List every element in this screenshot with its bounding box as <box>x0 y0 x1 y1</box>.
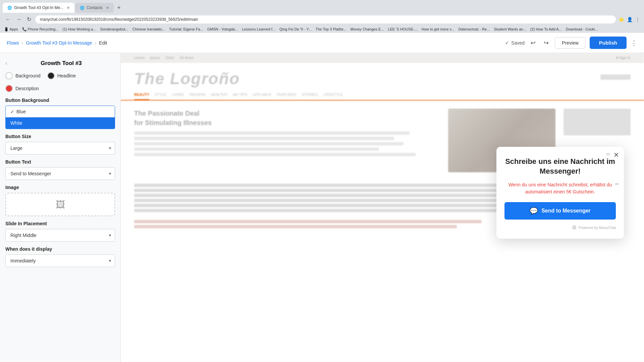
option-blue-label: Blue <box>16 109 26 114</box>
main-layout: ‹ Growth Tool #3 Background Headline Des… <box>0 53 644 362</box>
button-text-label: Button Text <box>5 159 115 165</box>
button-background-label: Button Background <box>5 98 115 103</box>
button-text-wrapper: Send to Messenger Send Message Get Start… <box>5 167 115 180</box>
forward-button[interactable]: → <box>15 15 23 24</box>
browser-chrome: 🌐 Growth Tool #3 Opt-In Me... ✕ 🌐 Contac… <box>0 0 644 33</box>
check-icon: ✓ <box>505 40 509 46</box>
new-tab-button[interactable]: + <box>114 3 124 12</box>
tab-label-2: Contacts <box>87 5 102 10</box>
bookmark-8[interactable]: Qing Fei De Yi - Y... <box>279 27 312 32</box>
bookmark-4[interactable]: Chinese translatio... <box>132 27 165 32</box>
manychat-logo-icon: ⚙ <box>572 224 577 231</box>
content-area: Lorem Ipsum Dolor Sit Amet ♥ Sign In The… <box>121 53 644 362</box>
bookmark-5[interactable]: Tutorial: Eigene Fa... <box>169 27 203 32</box>
tab-contacts[interactable]: 🌐 Contacts ✕ <box>75 3 113 13</box>
bookmark-16[interactable]: Download - Cooki... <box>566 27 598 32</box>
when-display-select[interactable]: Immediately After 5 seconds After 10 sec… <box>5 254 115 267</box>
sidebar-title: Growth Tool #3 <box>7 60 115 67</box>
app-header: Flows › Growth Tool #3 Opt-In Message › … <box>0 33 644 53</box>
slide-in-placement-wrapper: Right Middle Left Top Left Middle Left B… <box>5 229 115 242</box>
bookmark-15[interactable]: (2) How To Add A... <box>530 27 562 32</box>
address-bar: ← → ↻ manychat.com/fb/198150208192018/cm… <box>0 13 644 26</box>
extensions-icon[interactable]: ⭐ <box>619 17 624 22</box>
messenger-popup: ✕ ✏ Schreibe uns eine Nachricht im Messe… <box>496 147 624 239</box>
popup-close-button[interactable]: ✕ <box>613 151 619 159</box>
when-display-label: When does it display <box>5 246 115 252</box>
headline-label: Headline <box>57 73 76 78</box>
messenger-icon: 💬 <box>530 207 538 215</box>
bookmark-12[interactable]: How to get more v... <box>422 27 454 32</box>
redo-button[interactable]: ↪ <box>542 37 551 49</box>
background-color-item[interactable]: Background <box>5 72 41 79</box>
breadcrumb-edit: Edit <box>99 40 107 46</box>
option-white[interactable]: White <box>6 117 115 129</box>
preview-button[interactable]: Preview <box>555 37 586 49</box>
bookmark-1[interactable]: 📞 Phone Recycling... <box>22 27 59 32</box>
bookmark-13[interactable]: Datenschutz - Re... <box>458 27 490 32</box>
sidebar: ‹ Growth Tool #3 Background Headline Des… <box>0 53 121 362</box>
saved-status: ✓ Saved <box>505 40 525 46</box>
bookmark-9[interactable]: The Top 3 Platfor... <box>316 27 346 32</box>
popup-edit-desc-icon[interactable]: ✏ <box>615 181 619 187</box>
bookmark-10[interactable]: Money Changes E... <box>351 27 384 32</box>
description-color-dot <box>5 85 13 92</box>
image-upload[interactable]: 🖼 <box>5 193 115 216</box>
send-to-messenger-button[interactable]: 💬 Send to Messenger <box>504 202 616 220</box>
slide-in-placement-label: Slide In Placement <box>5 221 115 226</box>
option-blue[interactable]: ✓ Blue <box>6 106 115 117</box>
tab-close-2-icon[interactable]: ✕ <box>106 6 109 10</box>
check-mark: ✓ <box>10 109 14 114</box>
button-text-select[interactable]: Send to Messenger Send Message Get Start… <box>5 167 115 180</box>
bookmark-apps[interactable]: 📱 Apps <box>4 27 18 32</box>
tab-close-icon[interactable]: ✕ <box>67 6 70 10</box>
button-size-label: Button Size <box>5 134 115 139</box>
button-background-dropdown[interactable]: ✓ Blue White <box>5 106 115 129</box>
reload-button[interactable]: ↻ <box>25 15 33 24</box>
bookmark-6[interactable]: GMSN - Vologda... <box>207 27 238 32</box>
breadcrumb-tool[interactable]: Growth Tool #3 Opt-In Message <box>26 40 92 46</box>
menu-icon[interactable]: ⋮ <box>635 17 640 22</box>
popup-description: Wenn du uns eine Nachricht schreibst, er… <box>504 181 616 195</box>
bookmark-14[interactable]: Student Wants an... <box>494 27 526 32</box>
breadcrumb-sep-1: › <box>22 40 23 46</box>
image-label: Image <box>5 185 115 190</box>
button-size-wrapper: Large Medium Small ▾ <box>5 142 115 155</box>
tab-label: Growth Tool #3 Opt-In Me... <box>14 5 63 10</box>
popup-edit-title-icon[interactable]: ✏ <box>606 152 610 157</box>
description-color-pickers: Description <box>5 85 115 92</box>
bookmarks-bar: 📱 Apps 📞 Phone Recycling... (1) How Work… <box>0 26 644 33</box>
publish-button[interactable]: Publish <box>590 37 627 49</box>
bookmark-3[interactable]: Sonderangebot... <box>100 27 128 32</box>
bookmark-2[interactable]: (1) How Working a... <box>62 27 96 32</box>
bookmark-7[interactable]: Lessons Learned f... <box>242 27 275 32</box>
button-size-select[interactable]: Large Medium Small <box>5 142 115 155</box>
background-label: Background <box>15 73 41 78</box>
url-input[interactable]: manychat.com/fb/198150208192018/cms/file… <box>35 15 616 23</box>
when-display-wrapper: Immediately After 5 seconds After 10 sec… <box>5 254 115 267</box>
description-label: Description <box>15 86 39 91</box>
headline-color-dot <box>47 72 55 79</box>
image-upload-icon: 🖼 <box>56 199 65 210</box>
color-pickers: Background Headline <box>5 72 115 79</box>
more-options-icon[interactable]: ⋮ <box>631 39 637 47</box>
powered-by: ⚙ Powered by ManyChat <box>504 224 616 231</box>
headline-color-item[interactable]: Headline <box>47 72 76 79</box>
back-button[interactable]: ← <box>4 15 12 24</box>
tab-active[interactable]: 🌐 Growth Tool #3 Opt-In Me... ✕ <box>3 3 74 13</box>
powered-by-label: Powered by ManyChat <box>579 226 616 230</box>
send-to-messenger-label: Send to Messenger <box>541 208 591 214</box>
tab-bar: 🌐 Growth Tool #3 Opt-In Me... ✕ 🌐 Contac… <box>0 0 644 13</box>
breadcrumb-sep-2: › <box>95 40 97 46</box>
undo-button[interactable]: ↩ <box>529 37 538 49</box>
breadcrumb-flows[interactable]: Flows <box>7 40 19 46</box>
background-color-dot <box>5 72 13 79</box>
profile-icon[interactable]: 👤 <box>627 17 633 22</box>
browser-actions: ⭐ 👤 ⋮ <box>619 17 640 22</box>
bookmark-11[interactable]: LEE 'S HOUSE-... <box>388 27 418 32</box>
popup-title: Schreibe uns eine Nachricht im Messenger… <box>504 157 616 176</box>
saved-label: Saved <box>511 40 525 46</box>
slide-in-placement-select[interactable]: Right Middle Left Top Left Middle Left B… <box>5 229 115 242</box>
option-white-label: White <box>10 120 22 126</box>
description-color-item[interactable]: Description <box>5 85 39 92</box>
header-actions: ✓ Saved ↩ ↪ Preview Publish ⋮ <box>505 37 637 49</box>
